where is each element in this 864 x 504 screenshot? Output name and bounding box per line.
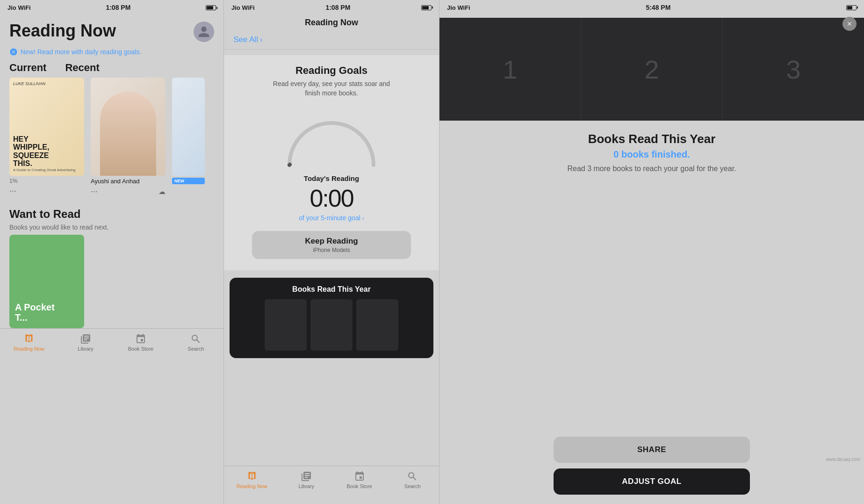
books-finished-count: 0 books finished. <box>454 149 849 160</box>
library-icon-2 <box>301 471 312 482</box>
book-actions-ayushi: ··· ☁ <box>91 187 166 196</box>
book-item-iphone[interactable]: NEW <box>172 78 205 196</box>
reading-arc-svg <box>280 109 383 170</box>
nav-label-search-2: Search <box>404 483 421 489</box>
nav-label-bookstore-2: Book Store <box>347 483 372 489</box>
more-options-button-1[interactable]: ··· <box>9 186 16 196</box>
recent-label: Recent <box>65 62 99 74</box>
books-year-title: Books Read This Year <box>237 285 426 294</box>
book-cover-iphone[interactable] <box>172 78 205 176</box>
nav-reading-now-1[interactable]: Reading Now <box>14 333 44 352</box>
panel-reading-now: Jio WiFi 1:08 PM Reading Now New! Read m… <box>0 0 223 504</box>
arc-container <box>280 109 383 170</box>
cover-number-3: 3 <box>786 54 800 85</box>
nav-bookstore-2[interactable]: Book Store <box>346 471 374 489</box>
year-cover-big-1[interactable]: 1 <box>439 18 581 121</box>
reading-goals-card: Reading Goals Read every day, see your s… <box>224 55 439 270</box>
books-read-year-desc: Read 3 more books to reach your goal for… <box>535 165 769 173</box>
want-to-read-title: Want to Read <box>0 208 223 223</box>
network-label-2: Jio WiFi <box>231 4 255 11</box>
see-all-bar[interactable]: See All › <box>224 30 439 50</box>
nav-label-search-1: Search <box>188 346 204 352</box>
year-cover-big-2[interactable]: 2 <box>581 18 722 121</box>
bookstore-icon-1 <box>135 333 146 345</box>
panel-books-year: Jio WiFi 5:48 PM 1 2 3 Books Read This Y… <box>439 0 864 504</box>
battery-icon-2 <box>421 5 432 10</box>
goal-text: of your 5-minute goal <box>299 214 360 222</box>
more-options-button-2[interactable]: ··· <box>91 187 98 196</box>
book-cover-ayushi[interactable] <box>91 78 166 176</box>
cover-number-1: 1 <box>503 54 517 85</box>
panel3-actions: SHARE ADJUST GOAL <box>454 437 849 495</box>
nav-search-1[interactable]: Search <box>182 333 210 352</box>
adjust-goal-button[interactable]: ADJUST GOAL <box>554 468 750 495</box>
time-label-1: 1:08 PM <box>106 4 130 11</box>
goal-banner[interactable]: New! Read more with daily reading goals. <box>0 46 223 62</box>
want-to-read-section: Want to Read Books you would like to rea… <box>0 208 223 328</box>
goal-banner-icon <box>9 48 18 56</box>
keep-reading-button[interactable]: Keep Reading iPhone Models <box>252 231 411 259</box>
book-item-hey-whipple[interactable]: LUKE SULLIVAN HEYWHIPPLE,SQUEEZETHIS. A … <box>9 78 84 196</box>
status-bar-1: Jio WiFi 1:08 PM <box>0 0 223 14</box>
time-label-2: 1:08 PM <box>325 4 350 11</box>
status-icons-3 <box>846 5 857 10</box>
reading-time-value: 0:00 <box>310 184 353 212</box>
today-reading-label: Today's Reading <box>304 174 359 182</box>
network-label-1: Jio WiFi <box>7 4 31 11</box>
year-cover-3 <box>356 299 398 351</box>
nav-search-2[interactable]: Search <box>398 471 426 489</box>
book-title-ayushi: Ayushi and Anhad <box>91 178 166 185</box>
network-label-3: Jio WiFi <box>447 4 470 11</box>
nav-label-library-1: Library <box>78 346 94 352</box>
nav-reading-now-2[interactable]: Reading Now <box>237 471 267 489</box>
avatar-1[interactable] <box>194 22 214 42</box>
nav-label-reading-now-1: Reading Now <box>14 346 44 352</box>
year-cover-big-3[interactable]: 3 <box>722 18 864 121</box>
book-actions: ··· <box>9 186 84 196</box>
nav-label-bookstore-1: Book Store <box>128 346 153 352</box>
new-badge: NEW <box>172 178 205 184</box>
sections-header: Current Recent <box>0 62 223 78</box>
reading-time-goal[interactable]: of your 5-minute goal › <box>299 214 364 222</box>
search-icon-1 <box>190 333 202 345</box>
bottom-nav-1: Reading Now Library Book Store Search <box>0 328 223 367</box>
books-read-year-title: Books Read This Year <box>454 132 849 146</box>
nav-bookstore-1[interactable]: Book Store <box>127 333 155 352</box>
want-to-read-subtitle: Books you would like to read next. <box>0 223 223 235</box>
panel3-content: Books Read This Year 0 books finished. R… <box>439 121 864 504</box>
reading-goals-subtitle: Read every day, see your stats soar and … <box>266 79 397 98</box>
goal-banner-text: New! Read more with daily reading goals. <box>21 48 141 56</box>
book-cover-hey-whipple[interactable]: LUKE SULLIVAN HEYWHIPPLE,SQUEEZETHIS. A … <box>9 78 84 176</box>
pocket-book-title: A PocketT... <box>15 302 79 323</box>
book-title-large: HEYWHIPPLE,SQUEEZETHIS. <box>13 135 80 168</box>
nav-label-library-2: Library <box>298 483 314 489</box>
status-icons-2 <box>421 5 432 10</box>
nav-library-1[interactable]: Library <box>72 333 100 352</box>
cover-number-2: 2 <box>644 54 659 85</box>
see-all-text[interactable]: See All <box>233 35 258 44</box>
book-item-ayushi[interactable]: Ayushi and Anhad ··· ☁ <box>91 78 166 196</box>
status-bar-3: Jio WiFi 5:48 PM <box>439 0 864 14</box>
page-title-1: Reading Now <box>9 22 116 40</box>
book-author: LUKE SULLIVAN <box>13 81 80 86</box>
books-year-card: Books Read This Year <box>230 278 433 358</box>
reading-goals-title: Reading Goals <box>295 65 367 77</box>
battery-icon-1 <box>206 5 216 10</box>
books-row: LUKE SULLIVAN HEYWHIPPLE,SQUEEZETHIS. A … <box>0 78 223 196</box>
pocket-book-cover[interactable]: A PocketT... <box>9 235 84 328</box>
open-book-icon-2 <box>246 471 258 482</box>
battery-icon-3 <box>846 5 857 10</box>
nav-label-reading-now-2: Reading Now <box>237 483 267 489</box>
bookstore-icon-2 <box>354 471 365 482</box>
books-read-year-section: Books Read This Year 0 books finished. R… <box>454 132 849 173</box>
close-button[interactable] <box>842 17 857 31</box>
person-icon <box>197 25 210 38</box>
share-button[interactable]: SHARE <box>554 437 750 463</box>
books-year-covers <box>237 299 426 351</box>
nav-library-2[interactable]: Library <box>292 471 320 489</box>
book-progress: 1% <box>9 178 84 184</box>
current-label: Current <box>9 62 46 74</box>
bottom-nav-2: Reading Now Library Book Store Search <box>224 466 439 504</box>
library-icon-1 <box>80 333 91 345</box>
search-icon-2 <box>407 471 418 482</box>
